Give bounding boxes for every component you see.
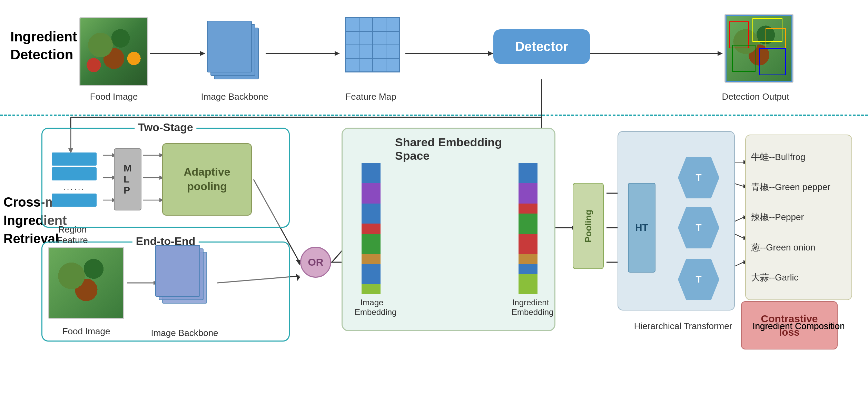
t-shape-top-visual: T (678, 157, 719, 198)
t-shape-top: T (678, 157, 719, 198)
region-feature: ...... (48, 138, 100, 221)
svg-marker-7 (718, 51, 723, 56)
t-label-middle: T (696, 222, 701, 233)
grid-cell (373, 58, 386, 72)
image-backbone-bottom-label: Image Backbone (147, 328, 223, 338)
grid-cell (373, 45, 386, 58)
ingredient-item-1: 青椒--Green pepper (751, 181, 846, 193)
food-image-top-label: Food Image (76, 91, 152, 102)
backbone-stack-top (207, 21, 262, 83)
image-backbone-top-label: Image Backbone (200, 91, 269, 102)
grid-cell (373, 31, 386, 45)
adaptive-pooling-label: Adaptive pooling (184, 165, 230, 194)
food-image-top (79, 17, 148, 86)
ingredient-embedding-label: IngredientEmbedding (512, 298, 550, 317)
food-image-bottom-visual (49, 248, 123, 318)
food-image-bottom (48, 247, 124, 319)
pooling-label: Pooling (583, 209, 594, 242)
grid-cell (359, 58, 373, 72)
rf-bar-2 (52, 167, 97, 180)
image-backbone-top (207, 21, 269, 90)
ht-box: HT (628, 183, 655, 273)
section-divider (0, 115, 868, 116)
feature-map-top (345, 17, 407, 86)
shared-embedding-box: Shared EmbeddingSpace ImageEmbedding Ing… (342, 128, 555, 331)
grid-cell (346, 58, 359, 72)
svg-marker-28 (296, 274, 300, 281)
ingredient-item-2: 辣椒--Pepper (751, 211, 846, 223)
t-shape-middle: T (678, 207, 719, 248)
image-backbone-bottom (155, 245, 217, 321)
backbone-layer-b3 (155, 245, 200, 297)
grid-cell (386, 31, 400, 45)
rf-bar-3 (52, 194, 97, 207)
food-image-top-visual (80, 18, 147, 85)
t-shape-middle-visual: T (678, 207, 719, 248)
rf-bar-1 (52, 152, 97, 166)
ingredient-item-0: 牛蛙--Bullfrog (751, 151, 846, 163)
ingredient-detection-label: Ingredient Detection (10, 28, 77, 63)
image-embedding-label: ImageEmbedding (355, 298, 389, 317)
t-label-top: T (696, 172, 701, 183)
ingredient-item-3: 葱--Green onion (751, 241, 846, 254)
region-feature-label: Region Feature (45, 224, 100, 246)
two-stage-title: Two-Stage (135, 121, 196, 134)
grid-cell (346, 45, 359, 58)
grid-cell (386, 18, 400, 31)
detection-output-label: Detection Output (716, 91, 795, 102)
grid-cell (359, 45, 373, 58)
mlp-label: MLP (124, 163, 131, 196)
food-image-bottom-label: Food Image (45, 326, 128, 337)
svg-marker-3 (335, 51, 340, 56)
backbone-layer-3 (207, 21, 252, 72)
grid-cell (359, 18, 373, 31)
backbone-stack-bottom (155, 245, 210, 307)
hierarchical-transformer-label: Hierarchical Transformer (611, 321, 756, 332)
svg-marker-5 (488, 51, 493, 56)
ingredient-item-4: 大蒜--Garlic (751, 272, 846, 284)
t-label-bottom: T (696, 274, 701, 285)
ingredient-embedding-bar (519, 163, 537, 294)
grid-cell (386, 58, 400, 72)
grid-cell (373, 18, 386, 31)
diagram-container: Ingredient Detection Food Image Image Ba… (0, 0, 868, 414)
grid-cell (386, 45, 400, 58)
shared-embedding-title: Shared EmbeddingSpace (395, 136, 502, 162)
image-embedding-bar (362, 163, 381, 294)
ingredient-composition-label-text: Ingredient Composition (747, 321, 850, 332)
detector-box: Detector (493, 29, 590, 64)
detector-label: Detector (515, 39, 568, 54)
adaptive-pooling-box: Adaptive pooling (162, 143, 252, 216)
rf-dots: ...... (63, 182, 85, 192)
ingredient-composition-box: 牛蛙--Bullfrog 青椒--Green pepper 辣椒--Pepper… (745, 135, 852, 300)
feature-map-top-label: Feature Map (336, 91, 405, 102)
grid-cell (346, 18, 359, 31)
detection-output (724, 14, 793, 83)
or-circle: OR (300, 247, 331, 278)
ht-label: HT (635, 222, 648, 233)
detection-output-visual (726, 15, 792, 82)
feature-grid-top (345, 17, 400, 72)
grid-cell (359, 31, 373, 45)
pooling-box: Pooling (573, 183, 604, 269)
or-label: OR (308, 256, 324, 268)
svg-marker-1 (200, 51, 205, 56)
t-shape-bottom-visual: T (678, 259, 719, 300)
mlp-box: MLP (114, 148, 141, 210)
t-shape-bottom: T (678, 259, 719, 300)
grid-cell (346, 31, 359, 45)
